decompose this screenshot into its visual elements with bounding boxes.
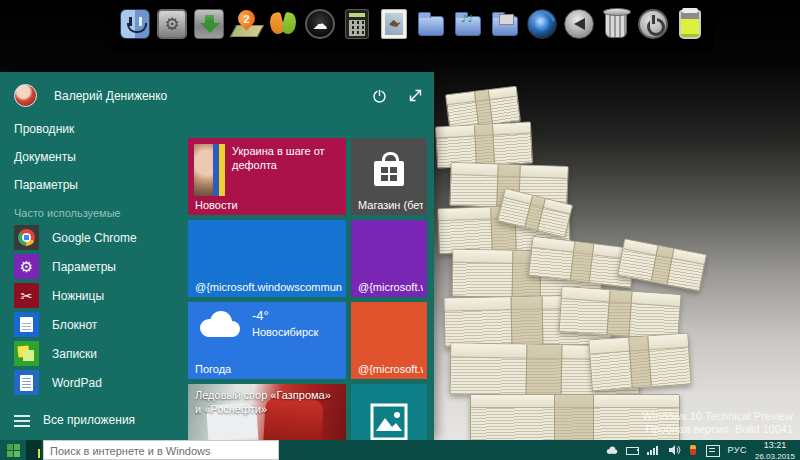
- app-item-stickynotes[interactable]: Записки: [14, 339, 137, 368]
- frequent-section-header: Часто используемые: [14, 207, 121, 219]
- system-tray: РУС 13:21 26.03.2015: [605, 440, 800, 460]
- scissors-icon: ✂: [14, 283, 39, 308]
- search-input[interactable]: [44, 442, 278, 460]
- store-bag-icon: [374, 161, 404, 186]
- watermark-line1: Windows 10 Technical Preview: [642, 410, 793, 423]
- gear-icon: ⚙: [14, 254, 39, 279]
- app-item-notepad[interactable]: Блокнот: [14, 310, 137, 339]
- tile-caption: @{microsoft.win: [358, 363, 423, 375]
- system-gears-icon[interactable]: ⚙: [154, 5, 190, 43]
- tile-communications-purple[interactable]: @{microsoft.win: [351, 220, 427, 297]
- tile-caption: @{microsoft.windowscommunicatio: [195, 281, 342, 293]
- pinned-app-icon[interactable]: [26, 440, 41, 460]
- media-player-icon[interactable]: [561, 5, 597, 43]
- app-label: WordPad: [52, 376, 102, 390]
- battery-icon[interactable]: [626, 444, 639, 456]
- web-browser-icon[interactable]: [524, 5, 560, 43]
- tile-store[interactable]: Магазин (бета-версия): [351, 138, 427, 215]
- tile-weather[interactable]: -4° Новосибирск Погода: [188, 302, 346, 379]
- language-indicator[interactable]: РУС: [727, 445, 747, 455]
- volume-icon[interactable]: [668, 444, 681, 456]
- tile-caption: @{microsoft.win: [358, 281, 423, 293]
- windows-logo-icon: [7, 444, 20, 457]
- user-avatar[interactable]: [14, 84, 37, 107]
- start-menu-header: Валерий Дениженко: [14, 84, 424, 107]
- tile-caption: Новости: [195, 199, 342, 211]
- build-watermark: Windows 10 Technical Preview Пробная вер…: [642, 410, 793, 436]
- nav-item-settings[interactable]: Параметры: [14, 179, 78, 191]
- butterfly-icon[interactable]: [265, 5, 301, 43]
- battery-glass-icon[interactable]: [672, 5, 708, 43]
- notification-flag-icon[interactable]: [689, 444, 698, 456]
- mail-stamp-icon[interactable]: [376, 5, 412, 43]
- clock-time: 13:21: [764, 440, 787, 451]
- action-center-icon[interactable]: [706, 444, 719, 456]
- news-photo: [194, 144, 225, 196]
- finder-icon[interactable]: [117, 5, 153, 43]
- tile-photos[interactable]: [351, 384, 427, 440]
- money-stack: [559, 286, 682, 340]
- sticky-notes-icon: [14, 341, 39, 366]
- all-apps-button[interactable]: Все приложения: [14, 413, 135, 427]
- app-item-chrome[interactable]: Google Chrome: [14, 223, 137, 252]
- photos-icon: [370, 403, 408, 440]
- user-name[interactable]: Валерий Дениженко: [54, 89, 167, 103]
- notepad-icon: [14, 312, 39, 337]
- weather-temperature: -4°: [252, 308, 269, 323]
- clock-date: 26.03.2015: [755, 451, 795, 460]
- start-button[interactable]: [0, 440, 26, 460]
- wordpad-icon: [14, 370, 39, 395]
- onedrive-cloud-icon[interactable]: [605, 444, 618, 456]
- app-label: Записки: [52, 347, 97, 361]
- tile-grid: Украина в шаге от дефолта Новости Магази…: [188, 138, 428, 440]
- desktop: Windows 10 Technical Preview Пробная вер…: [0, 0, 800, 460]
- taskbar-search: [43, 440, 279, 460]
- cloud-icon: [196, 311, 242, 339]
- taskbar: РУС 13:21 26.03.2015: [0, 440, 800, 460]
- music-folder-icon[interactable]: [450, 5, 486, 43]
- frequent-apps-list: Google Chrome ⚙ Параметры ✂ Ножницы Блок…: [14, 223, 137, 397]
- start-menu: Валерий Дениженко Проводник Документы Па…: [0, 72, 434, 440]
- weather-city: Новосибирск: [252, 326, 318, 338]
- nav-item-explorer[interactable]: Проводник: [14, 123, 78, 135]
- calculator-icon[interactable]: [339, 5, 375, 43]
- cloud-lens-icon[interactable]: ☁: [302, 5, 338, 43]
- nav-item-documents[interactable]: Документы: [14, 151, 78, 163]
- tile-communications-orange[interactable]: @{microsoft.win: [351, 302, 427, 379]
- app-item-wordpad[interactable]: WordPad: [14, 368, 137, 397]
- dock: ⚙ 2 ☁: [111, 0, 714, 52]
- clock[interactable]: 13:21 26.03.2015: [755, 440, 795, 460]
- tile-communications-wide[interactable]: @{microsoft.windowscommunicatio: [188, 220, 346, 297]
- downloads-box-icon[interactable]: [191, 5, 227, 43]
- power-icon[interactable]: [371, 87, 388, 104]
- media-folder-icon[interactable]: [487, 5, 523, 43]
- start-nav: Проводник Документы Параметры: [14, 123, 78, 207]
- documents-folder-icon[interactable]: [413, 5, 449, 43]
- news-headline: Украина в шаге от дефолта: [232, 144, 341, 172]
- app-item-settings[interactable]: ⚙ Параметры: [14, 252, 137, 281]
- money-stack: [588, 333, 691, 392]
- tile-sport-news[interactable]: Ледовый спор «Газпрома» и «Роснефти»: [188, 384, 346, 440]
- network-signal-icon[interactable]: [647, 444, 660, 456]
- all-apps-label: Все приложения: [43, 413, 135, 427]
- power-dock-icon[interactable]: [635, 5, 671, 43]
- watermark-line2: Пробная версия. Build 10041: [642, 423, 793, 436]
- app-label: Google Chrome: [52, 231, 137, 245]
- list-icon: [14, 414, 30, 427]
- app-label: Параметры: [52, 260, 116, 274]
- sport-headline: Ледовый спор «Газпрома» и «Роснефти»: [195, 388, 339, 416]
- map-pin-icon[interactable]: 2: [228, 5, 264, 43]
- tile-caption: Погода: [195, 363, 342, 375]
- trash-icon[interactable]: [598, 5, 634, 43]
- expand-icon[interactable]: [407, 87, 424, 104]
- app-label: Ножницы: [52, 289, 104, 303]
- app-item-snipping[interactable]: ✂ Ножницы: [14, 281, 137, 310]
- app-label: Блокнот: [52, 318, 97, 332]
- money-stack: [435, 122, 533, 169]
- chrome-icon: [14, 225, 39, 250]
- map-pin-badge: 2: [243, 13, 249, 25]
- tile-news[interactable]: Украина в шаге от дефолта Новости: [188, 138, 346, 215]
- tile-caption: Магазин (бета-версия): [358, 199, 423, 211]
